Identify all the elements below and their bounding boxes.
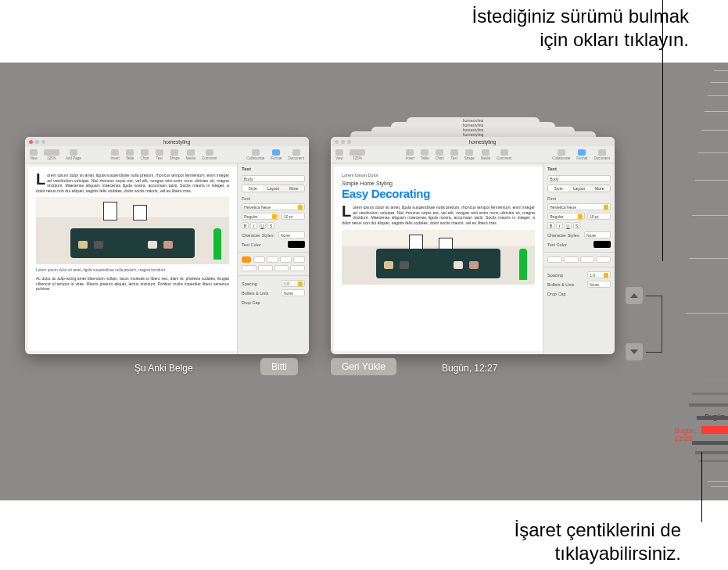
align-right-button[interactable]	[580, 256, 595, 263]
toolbar-collaborate[interactable]: Collaborate	[246, 149, 264, 160]
inspector-segmented[interactable]: Style Layout More	[242, 185, 305, 192]
toolbar-format[interactable]: Format	[271, 149, 282, 160]
bullets-picker[interactable]: None	[282, 289, 305, 296]
toolbar-shape[interactable]: Shape	[464, 149, 475, 160]
timeline-tick[interactable]	[689, 403, 728, 407]
font-weight-picker[interactable]: Regular	[242, 213, 279, 220]
align-justify-button[interactable]	[293, 256, 305, 263]
seg-more[interactable]: More	[284, 185, 304, 192]
inspector-segmented[interactable]: Style Layout More	[547, 185, 611, 192]
paragraph-style-picker[interactable]: Body	[242, 175, 305, 182]
inspector-tab-text[interactable]: Text	[547, 167, 611, 171]
page-canvas[interactable]: L orem ipsum dolor sit amet, ligula susp…	[28, 167, 237, 351]
restore-button[interactable]: Geri Yükle	[331, 358, 396, 375]
list-outdent-button[interactable]	[290, 265, 305, 271]
toolbar-zoom[interactable]: 125%	[350, 149, 365, 160]
timeline-tick[interactable]	[695, 451, 728, 454]
text-color-swatch[interactable]	[594, 241, 611, 248]
font-family-picker[interactable]: Helvetica Neue	[242, 203, 305, 210]
indent-button[interactable]	[258, 265, 273, 271]
toolbar-format[interactable]: Format	[576, 149, 587, 160]
toolbar-comment[interactable]: Comment	[202, 149, 217, 160]
toolbar-table[interactable]: Table	[126, 149, 134, 160]
stepper-icon[interactable]	[604, 273, 608, 278]
font-size-field[interactable]: 10 pt	[587, 213, 611, 220]
timeline-tick[interactable]	[697, 416, 728, 420]
toolbar-comment[interactable]: Comment	[497, 149, 512, 160]
strike-button[interactable]: S	[573, 222, 580, 229]
paragraph-style-picker[interactable]: Body	[547, 175, 611, 182]
timeline-tick[interactable]	[692, 441, 728, 445]
toolbar-view[interactable]: View	[30, 149, 38, 160]
spacing-picker[interactable]: 1.0	[282, 280, 305, 287]
toolbar-document[interactable]: Document	[289, 149, 305, 160]
font-weight-picker[interactable]: Regular	[547, 213, 585, 220]
font-size-field[interactable]: 10 pt	[282, 213, 305, 220]
page-canvas[interactable]: Lorem Ipsum Dolor Simple Home Styling Ea…	[334, 167, 543, 351]
timeline-tick[interactable]	[705, 111, 728, 112]
underline-button[interactable]: U	[259, 222, 266, 229]
underline-button[interactable]: U	[565, 222, 572, 229]
italic-button[interactable]: I	[556, 222, 563, 229]
toolbar-zoom[interactable]: 125%	[44, 149, 59, 160]
toolbar-document[interactable]: Document	[594, 149, 611, 160]
seg-layout[interactable]: Layout	[568, 185, 589, 192]
version-down-button[interactable]	[626, 343, 643, 360]
char-styles-picker[interactable]: None	[584, 231, 611, 238]
spacing-picker[interactable]: 1.0	[587, 271, 611, 278]
stepper-icon[interactable]	[298, 205, 303, 210]
toolbar-insert[interactable]: Insert	[406, 149, 414, 160]
toolbar-chart[interactable]: Chart	[436, 149, 444, 160]
timeline-tick[interactable]	[698, 152, 728, 153]
font-family-picker[interactable]: Helvetica Neue	[547, 203, 611, 210]
bullets-picker[interactable]: None	[587, 281, 611, 288]
timeline-tick[interactable]	[689, 258, 728, 259]
timeline-tick[interactable]	[708, 95, 728, 96]
highlight-swatch[interactable]	[242, 256, 251, 263]
toolbar-shape[interactable]: Shape	[170, 149, 180, 160]
stepper-icon[interactable]	[604, 205, 608, 210]
seg-more[interactable]: More	[590, 185, 610, 192]
strike-button[interactable]: S	[267, 222, 274, 229]
toolbar-text[interactable]: Text	[156, 149, 163, 160]
done-button[interactable]: Bitti	[260, 358, 298, 375]
timeline-tick[interactable]	[708, 481, 728, 482]
toolbar-media[interactable]: Media	[481, 149, 490, 160]
align-center-button[interactable]	[267, 256, 278, 263]
timeline-tick[interactable]	[692, 215, 728, 216]
seg-layout[interactable]: Layout	[263, 185, 283, 192]
char-styles-picker[interactable]: None	[278, 231, 305, 238]
align-left-button[interactable]	[253, 256, 265, 263]
toolbar-insert[interactable]: Insert	[111, 149, 120, 160]
toolbar-chart[interactable]: Chart	[141, 149, 149, 160]
timeline-tick[interactable]	[714, 70, 728, 71]
timeline-tick[interactable]	[698, 375, 728, 377]
align-center-button[interactable]	[564, 256, 579, 263]
timeline-tick[interactable]	[711, 486, 728, 487]
version-up-button[interactable]	[626, 287, 643, 304]
list-indent-button[interactable]	[274, 265, 289, 271]
inspector-tab-text[interactable]: Text	[242, 167, 305, 171]
align-left-button[interactable]	[547, 256, 562, 263]
timeline-tick[interactable]	[701, 130, 728, 131]
timeline-tick[interactable]	[698, 460, 728, 462]
toolbar-addpage[interactable]: Add Page	[66, 149, 81, 160]
toolbar-media[interactable]: Media	[186, 149, 195, 160]
seg-style[interactable]: Style	[242, 185, 263, 192]
toolbar-collaborate[interactable]: Collaborate	[552, 149, 570, 160]
timeline-tick[interactable]	[701, 468, 728, 470]
timeline-tick[interactable]	[686, 313, 728, 314]
stepper-icon[interactable]	[578, 214, 583, 219]
timeline-tick-selected[interactable]	[701, 426, 728, 434]
align-right-button[interactable]	[280, 256, 292, 263]
close-icon[interactable]	[29, 140, 33, 144]
bold-button[interactable]: B	[242, 222, 249, 229]
toolbar-view[interactable]: View	[335, 149, 343, 160]
text-color-swatch[interactable]	[288, 241, 305, 248]
bold-button[interactable]: B	[547, 222, 554, 229]
stepper-icon[interactable]	[298, 281, 303, 286]
align-justify-button[interactable]	[596, 256, 611, 263]
italic-button[interactable]: I	[250, 222, 257, 229]
outdent-button[interactable]	[242, 265, 256, 271]
toolbar-table[interactable]: Table	[421, 149, 429, 160]
